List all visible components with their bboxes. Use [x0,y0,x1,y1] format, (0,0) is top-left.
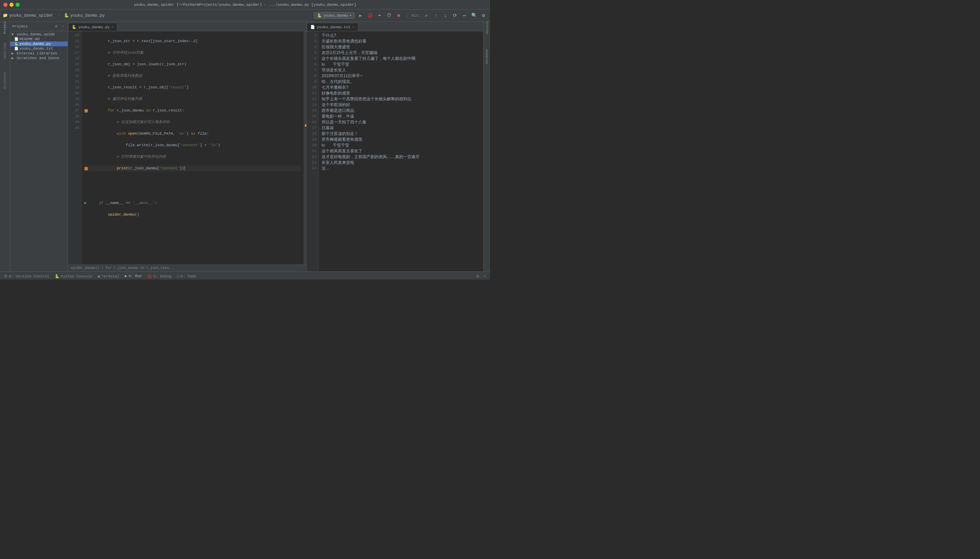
git-push-button[interactable]: ↑ [432,12,439,19]
close-button[interactable] [3,3,7,7]
txt-tab-icon: 📄 [310,25,315,29]
search-button[interactable]: 🔍 [470,12,478,19]
git-commit-button[interactable]: ✔ [423,12,430,19]
main-py-label: youku_danmu.py [19,42,51,46]
git-history-button[interactable]: ⟳ [451,12,459,19]
code-line-25: # 字符串转json对象 [85,50,301,56]
txt-line-9: 哇，古代的现实。 [322,79,481,85]
py-file-icon: 🐍 [14,42,18,46]
toolbar-project[interactable]: 📁 youku_danmu_spider [3,13,53,18]
run-tab-icon: ▶ [125,274,127,278]
panel-settings-icon[interactable]: ⚙ [53,24,59,29]
code-line-24: r_json_str = r.text[json_start_index:-2] [85,38,301,44]
coverage-button[interactable]: ☂ [376,12,383,19]
txt-line-7: 导演是长安人 [322,67,481,73]
code-line-40 [85,223,301,229]
favorites-icon[interactable]: Favorites [1,46,10,55]
txt-line-6: lu 千玺千玺 [322,61,481,67]
panel-close-icon[interactable]: — [60,24,66,29]
file-icon: 🐍 [64,13,69,18]
code-line-30: for r_json_danmu in r_json_result: [85,108,301,114]
project-tree: ▼ youku_danmu_spide 📄 README.md 🐍 youku_… [10,31,68,271]
txt-file-icon: 📄 [14,46,18,51]
right-tab-txt[interactable]: 📄 youku_danmu.txt × [307,23,358,31]
right-line-numbers: 12345 678910 1112131415 1617181920 21222… [307,31,319,271]
code-line-28: r_json_result = r_json_obj['result'] [85,85,301,91]
settings-button[interactable]: ⚙ [480,12,487,19]
txt-line-21: 这个画风简直太喜欢了 [322,148,481,154]
traffic-lights [3,3,20,7]
txt-line-22: 这才是好电视剧，之前国产剧的画风……真的一言难尽 [322,154,481,160]
scratches-label: Scratches and Conso [17,56,59,60]
line-numbers: 24 25 26 27 28 29 30 31 32 33 34 35 36 3… [68,31,82,265]
project-name: youku_danmu_spider [9,13,53,18]
code-line-31: # 以追加模式换行写入每条评价 [85,119,301,125]
tab-todo[interactable]: ☑ 6: TODO [174,272,199,280]
run-tab-label: 4: Run [128,274,142,278]
scv-view-icon[interactable]: ScvView [483,23,490,32]
undo-button[interactable]: ↩ [461,12,468,19]
minimize-button[interactable] [10,3,13,7]
txt-tab-close-icon[interactable]: × [352,25,355,29]
tree-item-ext-libs[interactable]: ▶ External Libraries [10,51,68,56]
project-panel: Project ⚙ — ▼ youku_danmu_spide 📄 README… [10,22,68,271]
txt-line-12: 知乎上有一个高赞回答把这个长镜头解释的很到位 [322,96,481,102]
code-line-38: ▶ if __name__ == '__main__': [85,200,301,206]
editor-scrollbar[interactable] [303,31,306,265]
txt-line-13: 这个羊驼演的好 [322,102,481,108]
code-line-33: file.write(r_json_danmu['content'] + '\n… [85,142,301,148]
panel-title: Project [12,25,52,28]
txt-line-5: 这个长镜头我反复看了好几遍了，每个人都在剧中啊 [322,56,481,61]
txt-line-3: 壮哉我大唐盛世 [322,44,481,50]
stop-button[interactable]: ■ [395,12,402,19]
tree-item-readme[interactable]: 📄 README.md [10,37,68,41]
code-line-27: # 获取弹幕列表数据 [85,73,301,79]
tree-item-scratches[interactable]: ▶ Scratches and Conso [10,56,68,61]
txt-line-1: 千什么? [322,33,481,38]
window-title: youku_danmu_spider [~/PycharmProjects/yo… [134,3,356,7]
code-editor[interactable]: r_json_str = r.text[json_start_index:-2]… [82,31,303,265]
tree-item-main-txt[interactable]: 📄 youku_danmu.txt [10,46,68,51]
txt-line-20: lu 千玺千玺 [322,142,481,148]
code-line-34: # 打印弹幕对象中的评论内容 [85,154,301,160]
txt-line-24: 没… [322,165,481,171]
tab-version-control[interactable]: ⑨ 9: Version Control [2,272,52,280]
profile-button[interactable]: ⏱ [385,12,393,19]
run-button[interactable]: ▶ [357,12,364,19]
right-tab-bar: 📄 youku_danmu.txt × [307,22,483,31]
right-text-content: 千什么? 天盛长歌布景色调也好看 壮哉我大唐盛世 农历3月15号上元节，天官赐福… [319,31,483,271]
main-layout: Project Favorites Structure Project ⚙ — … [0,22,490,271]
tab-python-console[interactable]: 🐍 Python Console [52,272,95,280]
tree-item-main-py[interactable]: 🐍 youku_danmu.py [10,41,68,46]
txt-tab-label: youku_danmu.txt [317,25,350,29]
txt-line-18: 那个汪苏泷的别走！ [322,131,481,137]
tree-item-root[interactable]: ▼ youku_danmu_spide [10,32,68,37]
breadcrumb-text: spider_danmu() › for r_json_danmu in r_j… [71,266,175,270]
maximize-button[interactable] [16,3,20,7]
terminal-icon: ▣ [98,274,100,278]
tab-debug[interactable]: 🐞 5: Debug [144,272,174,280]
tab-terminal[interactable]: ▣ Terminal [95,272,122,280]
toolbar-file[interactable]: 🐍 youku_danmu.py [64,13,105,18]
database-icon[interactable]: Database [483,52,490,61]
titlebar: youku_danmu_spider [~/PycharmProjects/yo… [0,0,490,10]
project-icon: 📁 [3,13,8,18]
todo-icon: ☑ [177,274,179,278]
git-update-button[interactable]: ↓ [442,12,449,19]
far-right-strip: ScvView Database [483,22,490,271]
settings-gear-icon[interactable]: ⚙ [475,274,481,279]
run-config-selector[interactable]: 🐍 youku_danmu ▾ [314,12,355,19]
tab-run[interactable]: ▶ 4: Run [122,272,144,280]
structure-icon[interactable]: Structure [1,76,10,85]
txt-line-23: 长安人民发来贺电 [322,160,481,165]
folder-closed-icon: ▶ [12,51,16,55]
main-txt-label: youku_danmu.txt [19,46,53,51]
debug-tab-icon: 🐞 [148,274,152,278]
tab-close-icon[interactable]: × [111,25,114,29]
git-label: Git: [412,13,421,18]
panel-minimize-icon[interactable]: — [482,274,487,279]
editor-tab-main-py[interactable]: 🐍 youku_danmu.py × [68,23,118,31]
debug-button[interactable]: 🐞 [366,12,374,19]
project-view-icon[interactable]: Project [1,23,10,32]
txt-line-19: 穿齐胸襦裙看更有感觉 [322,137,481,142]
